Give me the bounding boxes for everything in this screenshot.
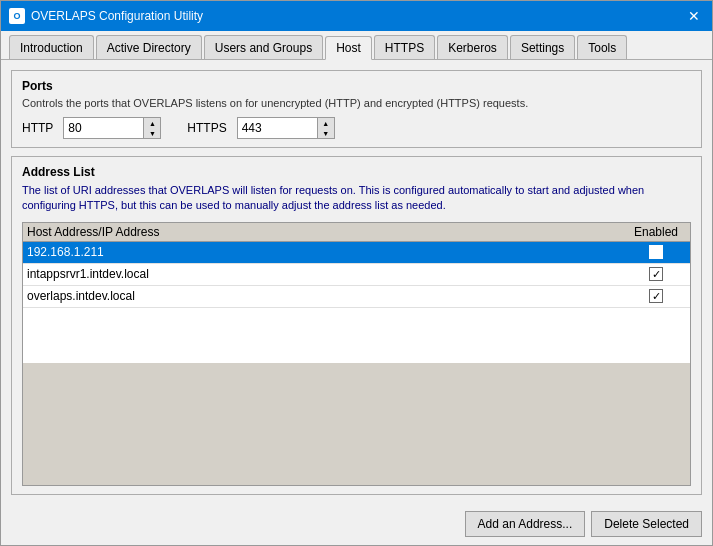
http-spinbox: ▲ ▼: [63, 117, 161, 139]
https-label: HTTPS: [187, 121, 226, 135]
ports-title: Ports: [22, 79, 691, 93]
address-list-description: The list of URI addresses that OVERLAPS …: [22, 183, 691, 214]
spin-down-icon2: ▼: [322, 130, 329, 137]
table-empty-area: [23, 363, 690, 485]
http-input[interactable]: [63, 117, 143, 139]
column-header-enabled: Enabled: [626, 225, 686, 239]
row-address: 192.168.1.211: [27, 245, 626, 259]
checkbox-icon[interactable]: ✓: [649, 245, 663, 259]
ports-description: Controls the ports that OVERLAPS listens…: [22, 97, 691, 109]
http-spin-down[interactable]: ▼: [144, 128, 160, 138]
table-row[interactable]: intappsrvr1.intdev.local ✓: [23, 264, 690, 286]
address-table: Host Address/IP Address Enabled 192.168.…: [22, 222, 691, 486]
tab-introduction[interactable]: Introduction: [9, 35, 94, 59]
spin-up-icon2: ▲: [322, 120, 329, 127]
footer: Add an Address... Delete Selected: [1, 505, 712, 545]
tab-active-directory[interactable]: Active Directory: [96, 35, 202, 59]
checkbox-icon[interactable]: ✓: [649, 289, 663, 303]
app-icon: O: [9, 8, 25, 24]
add-address-button[interactable]: Add an Address...: [465, 511, 586, 537]
checkbox-icon[interactable]: ✓: [649, 267, 663, 281]
ports-section: Ports Controls the ports that OVERLAPS l…: [11, 70, 702, 148]
table-row[interactable]: overlaps.intdev.local ✓: [23, 286, 690, 308]
https-spin-buttons: ▲ ▼: [317, 117, 335, 139]
title-bar-left: O OVERLAPS Configuration Utility: [9, 8, 203, 24]
https-input[interactable]: [237, 117, 317, 139]
tab-host[interactable]: Host: [325, 36, 372, 60]
tab-users-and-groups[interactable]: Users and Groups: [204, 35, 323, 59]
table-body: 192.168.1.211 ✓ intappsrvr1.intdev.local…: [23, 242, 690, 364]
row-enabled-checkbox: ✓: [626, 245, 686, 259]
http-spin-buttons: ▲ ▼: [143, 117, 161, 139]
close-button[interactable]: ✕: [684, 6, 704, 26]
row-enabled-checkbox: ✓: [626, 289, 686, 303]
table-row[interactable]: 192.168.1.211 ✓: [23, 242, 690, 264]
tab-bar: Introduction Active Directory Users and …: [1, 31, 712, 60]
tab-kerberos[interactable]: Kerberos: [437, 35, 508, 59]
delete-selected-button[interactable]: Delete Selected: [591, 511, 702, 537]
https-spin-up[interactable]: ▲: [318, 118, 334, 128]
table-header: Host Address/IP Address Enabled: [23, 223, 690, 242]
row-enabled-checkbox: ✓: [626, 267, 686, 281]
tab-settings[interactable]: Settings: [510, 35, 575, 59]
row-address: intappsrvr1.intdev.local: [27, 267, 626, 281]
address-list-section: Address List The list of URI addresses t…: [11, 156, 702, 495]
main-window: O OVERLAPS Configuration Utility ✕ Intro…: [0, 0, 713, 546]
tab-tools[interactable]: Tools: [577, 35, 627, 59]
spin-down-icon: ▼: [149, 130, 156, 137]
window-title: OVERLAPS Configuration Utility: [31, 9, 203, 23]
spin-up-icon: ▲: [149, 120, 156, 127]
https-spinbox: ▲ ▼: [237, 117, 335, 139]
address-list-title: Address List: [22, 165, 691, 179]
https-spin-down[interactable]: ▼: [318, 128, 334, 138]
tab-https[interactable]: HTTPS: [374, 35, 435, 59]
close-icon: ✕: [688, 8, 700, 24]
http-label: HTTP: [22, 121, 53, 135]
http-spin-up[interactable]: ▲: [144, 118, 160, 128]
content-area: Ports Controls the ports that OVERLAPS l…: [1, 60, 712, 505]
column-header-address: Host Address/IP Address: [27, 225, 626, 239]
row-address: overlaps.intdev.local: [27, 289, 626, 303]
ports-row: HTTP ▲ ▼ HTTPS: [22, 117, 691, 139]
title-bar: O OVERLAPS Configuration Utility ✕: [1, 1, 712, 31]
